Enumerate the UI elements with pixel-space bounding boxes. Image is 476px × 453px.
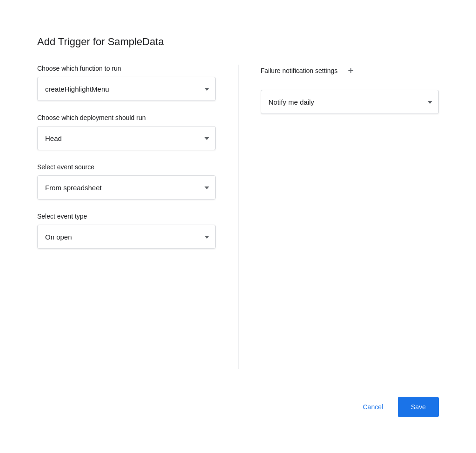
notification-header: Failure notification settings + — [261, 65, 439, 77]
event-source-field-group: Select event source From spreadsheet Fro… — [37, 163, 216, 200]
notification-select-wrapper: Notify me daily Notify me immediately No… — [261, 90, 439, 114]
function-select[interactable]: createHighlightMenu myFunction onOpen — [37, 77, 216, 101]
dialog-body: Choose which function to run createHighl… — [37, 65, 439, 369]
event-type-label: Select event type — [37, 213, 216, 220]
event-type-field-group: Select event type On open On edit On cha… — [37, 213, 216, 249]
event-source-label: Select event source — [37, 163, 216, 171]
notification-field-group: Notify me daily Notify me immediately No… — [261, 90, 439, 114]
function-select-wrapper: createHighlightMenu myFunction onOpen — [37, 77, 216, 101]
dialog-footer: Cancel Save — [37, 387, 439, 417]
save-button[interactable]: Save — [398, 397, 439, 417]
event-type-select-wrapper: On open On edit On change On form submit — [37, 225, 216, 249]
notification-select[interactable]: Notify me daily Notify me immediately No… — [261, 90, 439, 114]
right-panel: Failure notification settings + Notify m… — [238, 65, 439, 369]
event-type-select[interactable]: On open On edit On change On form submit — [37, 225, 216, 249]
notification-title: Failure notification settings — [261, 67, 338, 74]
deployment-select-wrapper: Head Latest Custom — [37, 126, 216, 150]
deployment-label: Choose which deployment should run — [37, 114, 216, 121]
dialog-title: Add Trigger for SampleData — [37, 36, 439, 48]
deployment-field-group: Choose which deployment should run Head … — [37, 114, 216, 150]
add-notification-button[interactable]: + — [345, 65, 357, 77]
event-source-select[interactable]: From spreadsheet From calendar From docu… — [37, 175, 216, 200]
cancel-button[interactable]: Cancel — [353, 399, 392, 415]
deployment-select[interactable]: Head Latest Custom — [37, 126, 216, 150]
add-trigger-dialog: Add Trigger for SampleData Choose which … — [15, 17, 461, 436]
function-field-group: Choose which function to run createHighl… — [37, 65, 216, 101]
event-source-select-wrapper: From spreadsheet From calendar From docu… — [37, 175, 216, 200]
function-label: Choose which function to run — [37, 65, 216, 72]
left-panel: Choose which function to run createHighl… — [37, 65, 238, 369]
